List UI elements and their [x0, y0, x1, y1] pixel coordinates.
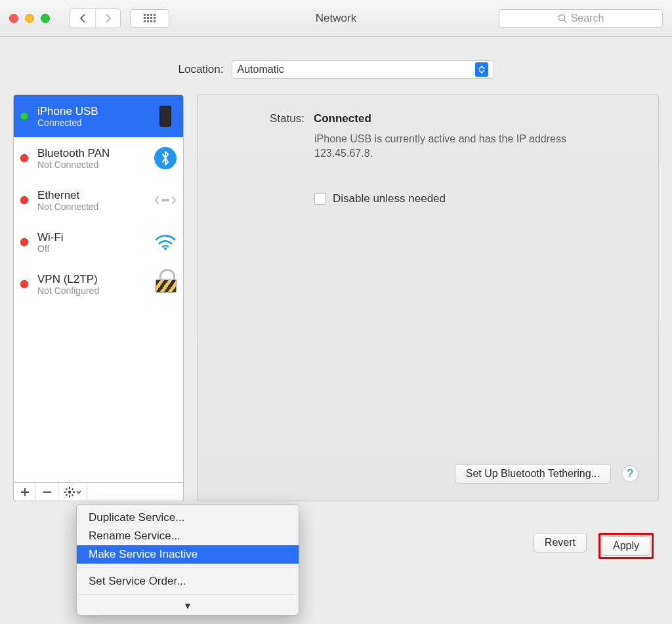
svg-line-26	[66, 494, 67, 495]
ethernet-icon	[154, 189, 177, 211]
titlebar: Network Search	[0, 0, 672, 37]
svg-point-15	[165, 199, 166, 201]
menu-scroll-down-icon[interactable]: ▼	[77, 599, 299, 611]
svg-point-18	[68, 490, 71, 493]
svg-point-16	[167, 199, 169, 201]
service-actions-button[interactable]	[58, 483, 87, 501]
menu-item-set-service-order[interactable]: Set Service Order...	[77, 572, 299, 591]
sidebar-footer	[13, 483, 184, 501]
svg-point-17	[164, 247, 167, 250]
plus-icon	[20, 488, 30, 497]
panels: iPhone USB Connected Bluetooth PAN Not C…	[13, 94, 659, 501]
service-text: iPhone USB Connected	[37, 105, 148, 128]
service-name: VPN (L2TP)	[37, 273, 148, 285]
service-status: Not Connected	[37, 201, 148, 212]
gear-icon	[64, 487, 75, 497]
svg-line-13	[564, 20, 566, 22]
show-all-button[interactable]	[130, 9, 169, 28]
wifi-icon	[154, 231, 177, 253]
add-service-button[interactable]	[14, 483, 36, 501]
apply-highlight: Apply	[598, 533, 654, 559]
svg-point-14	[162, 199, 163, 201]
svg-rect-8	[144, 20, 146, 22]
status-dot-connected-icon	[20, 112, 28, 120]
detail-footer: Set Up Bluetooth Tethering... ?	[217, 464, 639, 484]
svg-rect-7	[154, 17, 156, 19]
close-window-button[interactable]	[9, 14, 18, 23]
search-placeholder: Search	[571, 12, 604, 24]
location-label: Location:	[178, 63, 224, 76]
service-actions-menu: Duplicate Service... Rename Service... M…	[76, 504, 299, 615]
service-status: Not Connected	[37, 159, 148, 170]
service-iphone-usb[interactable]: iPhone USB Connected	[14, 95, 183, 137]
status-label: Status:	[270, 112, 304, 125]
select-stepper-icon	[475, 62, 488, 77]
minimize-window-button[interactable]	[25, 14, 34, 23]
location-row: Location: Automatic	[13, 60, 659, 79]
svg-rect-1	[147, 14, 149, 16]
service-bluetooth-pan[interactable]: Bluetooth PAN Not Connected	[14, 137, 183, 179]
disable-unless-needed-label: Disable unless needed	[333, 192, 446, 205]
svg-line-25	[72, 488, 73, 489]
service-vpn[interactable]: VPN (L2TP) Not Configured	[14, 263, 183, 305]
nav-group	[70, 9, 121, 28]
disable-unless-needed-checkbox[interactable]	[314, 193, 326, 205]
search-field[interactable]: Search	[499, 9, 663, 28]
apply-button[interactable]: Apply	[602, 536, 650, 556]
service-text: Wi-Fi Off	[37, 231, 148, 254]
status-value: Connected	[314, 112, 371, 125]
service-name: Ethernet	[37, 189, 148, 201]
svg-rect-3	[154, 14, 156, 16]
system-preferences-network-window: Network Search Location: Automatic	[0, 0, 672, 624]
service-name: Bluetooth PAN	[37, 147, 148, 159]
svg-rect-11	[154, 20, 156, 22]
iphone-icon	[154, 105, 177, 127]
svg-rect-10	[150, 20, 152, 22]
service-name: Wi-Fi	[37, 231, 148, 243]
svg-rect-2	[150, 14, 152, 16]
location-value: Automatic	[238, 64, 284, 75]
service-text: VPN (L2TP) Not Configured	[37, 273, 148, 296]
chevron-down-icon	[76, 490, 81, 494]
svg-rect-9	[147, 20, 149, 22]
menu-item-rename-service[interactable]: Rename Service...	[77, 527, 299, 545]
location-select[interactable]: Automatic	[232, 60, 494, 79]
setup-bluetooth-tethering-button[interactable]: Set Up Bluetooth Tethering...	[455, 464, 611, 484]
vpn-lock-icon	[154, 273, 177, 295]
status-description: iPhone USB is currently active and has t…	[314, 132, 577, 161]
service-name: iPhone USB	[37, 105, 148, 117]
svg-rect-4	[144, 17, 146, 19]
forward-button[interactable]	[95, 9, 120, 28]
toolbar-buttons	[70, 9, 169, 28]
detail-pane: Status: Connected iPhone USB is currentl…	[197, 94, 659, 501]
help-button[interactable]: ?	[621, 465, 639, 482]
service-status: Connected	[37, 117, 148, 128]
service-ethernet[interactable]: Ethernet Not Connected	[14, 179, 183, 221]
status-dot-disconnected-icon	[20, 238, 28, 246]
status-row: Status: Connected	[217, 112, 639, 125]
zoom-window-button[interactable]	[41, 14, 50, 23]
service-list: iPhone USB Connected Bluetooth PAN Not C…	[13, 94, 184, 483]
bluetooth-icon	[154, 147, 177, 169]
bottom-buttons: Revert Apply	[534, 533, 654, 559]
svg-rect-5	[147, 17, 149, 19]
status-dot-disconnected-icon	[20, 196, 28, 204]
service-status: Not Configured	[37, 285, 148, 296]
minus-icon	[43, 488, 52, 497]
revert-button[interactable]: Revert	[534, 533, 587, 552]
svg-line-24	[72, 494, 73, 495]
back-button[interactable]	[70, 9, 95, 28]
service-status: Off	[37, 243, 148, 254]
service-text: Ethernet Not Connected	[37, 189, 148, 212]
service-text: Bluetooth PAN Not Connected	[37, 147, 148, 170]
status-dot-disconnected-icon	[20, 154, 28, 162]
menu-item-duplicate-service[interactable]: Duplicate Service...	[77, 509, 299, 527]
svg-point-12	[558, 14, 564, 20]
menu-item-make-service-inactive[interactable]: Make Service Inactive	[77, 545, 299, 564]
remove-service-button[interactable]	[36, 483, 58, 501]
service-wifi[interactable]: Wi-Fi Off	[14, 221, 183, 263]
status-dot-disconnected-icon	[20, 280, 28, 288]
svg-rect-0	[144, 14, 146, 16]
service-sidebar: iPhone USB Connected Bluetooth PAN Not C…	[13, 94, 184, 501]
svg-rect-6	[150, 17, 152, 19]
